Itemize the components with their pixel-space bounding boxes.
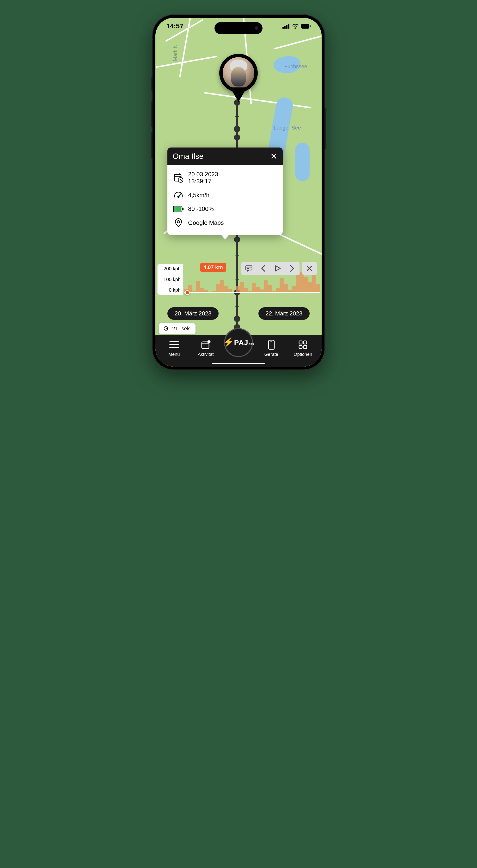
card-datetime-row: 20.03.2023 13:39:17 xyxy=(173,171,277,185)
phone-screen: 14:57 Fuchssee Langer See Mark N xyxy=(155,18,322,367)
nav-devices[interactable]: Geräte xyxy=(258,340,285,357)
wifi-icon xyxy=(292,24,299,29)
mute-switch xyxy=(151,77,153,91)
svg-rect-34 xyxy=(268,340,274,349)
map-label-langersee: Langer See xyxy=(274,125,301,131)
home-indicator[interactable] xyxy=(212,363,265,364)
timeline-track[interactable] xyxy=(184,292,320,293)
nav-activity[interactable]: Aktivität xyxy=(192,340,219,357)
refresh-value: 21 xyxy=(172,326,178,332)
brand-sub: GPS xyxy=(249,343,254,346)
cellular-icon xyxy=(282,24,290,29)
svg-rect-36 xyxy=(299,341,302,344)
card-date: 20.03.2023 xyxy=(188,171,218,178)
graph-y-axis: 200 kph 100 kph 0 kph xyxy=(157,264,183,295)
svg-rect-1 xyxy=(284,26,286,29)
map-pin-icon xyxy=(173,218,184,228)
avatar xyxy=(223,57,254,89)
phone-icon xyxy=(268,340,275,350)
card-maps-row[interactable]: Google Maps xyxy=(173,218,277,228)
playback-controls xyxy=(242,262,317,275)
tracker-name: Oma Ilse xyxy=(173,152,203,161)
status-time: 14:57 xyxy=(166,22,184,30)
svg-rect-39 xyxy=(304,345,307,349)
hamburger-icon xyxy=(169,340,180,350)
svg-rect-37 xyxy=(304,341,307,344)
svg-rect-3 xyxy=(288,24,289,29)
card-time: 13:39:17 xyxy=(188,178,218,185)
battery-icon xyxy=(301,24,311,29)
play-button[interactable] xyxy=(274,264,282,273)
comment-button[interactable] xyxy=(245,264,253,273)
svg-rect-0 xyxy=(282,27,284,29)
timeline-handle[interactable] xyxy=(185,290,190,295)
svg-rect-16 xyxy=(182,208,184,210)
distance-badge: 4.07 km xyxy=(200,263,226,272)
nav-menu-label: Menü xyxy=(168,352,180,357)
svg-rect-5 xyxy=(310,25,311,27)
speedometer-icon xyxy=(173,190,184,200)
refresh-icon xyxy=(163,326,169,332)
nav-brand-button[interactable]: ⚡ PAJ GPS xyxy=(224,328,253,357)
prev-button[interactable] xyxy=(259,264,267,273)
svg-rect-22 xyxy=(246,266,252,270)
refresh-unit: sek. xyxy=(181,326,191,332)
phone-frame: 14:57 Fuchssee Langer See Mark N xyxy=(152,14,325,370)
svg-marker-25 xyxy=(276,266,280,271)
svg-point-33 xyxy=(208,341,210,343)
svg-rect-17 xyxy=(174,207,176,211)
battery-level-icon xyxy=(173,206,184,212)
speed-graph-panel: 200 kph 100 kph 0 kph 4.07 km xyxy=(156,264,321,305)
card-maps-label: Google Maps xyxy=(188,219,224,226)
close-card-button[interactable]: ✕ xyxy=(270,152,278,161)
activity-icon xyxy=(200,340,211,350)
svg-point-21 xyxy=(177,221,180,223)
tracker-info-card: Oma Ilse ✕ 20.03.2023 13:39:17 xyxy=(167,148,283,235)
map-label-fuchssee: Fuchssee xyxy=(284,63,307,70)
calendar-clock-icon xyxy=(173,173,184,183)
card-header: Oma Ilse ✕ xyxy=(167,148,283,165)
svg-rect-20 xyxy=(180,207,182,211)
close-graph-button[interactable] xyxy=(305,264,313,273)
card-battery-row: 80 -100% xyxy=(173,206,277,212)
card-battery-value: 80 -100% xyxy=(188,206,214,212)
bottom-nav: Menü Aktivität ⚡ PAJ GPS Geräte xyxy=(155,335,322,367)
map-view[interactable]: Fuchssee Langer See Mark N xyxy=(155,18,322,367)
grid-icon xyxy=(298,340,308,350)
svg-rect-2 xyxy=(286,25,287,29)
bolt-icon: ⚡ xyxy=(223,339,234,346)
dynamic-island xyxy=(215,22,262,34)
graph-area[interactable]: 4.07 km xyxy=(184,266,320,293)
svg-rect-19 xyxy=(178,207,180,211)
start-date-pill[interactable]: 20. März 2023 xyxy=(167,307,219,320)
nav-options[interactable]: Optionen xyxy=(290,340,316,357)
svg-rect-38 xyxy=(299,345,302,349)
svg-rect-18 xyxy=(176,207,178,211)
next-button[interactable] xyxy=(288,264,296,273)
refresh-indicator[interactable]: 21 sek. xyxy=(159,323,195,334)
brand-name: PAJ xyxy=(234,339,248,347)
svg-point-14 xyxy=(178,196,179,197)
power-button xyxy=(324,108,326,149)
nav-activity-label: Aktivität xyxy=(198,352,214,357)
y-0: 0 kph xyxy=(159,287,181,293)
card-speed-row: 4,5km/h xyxy=(173,190,277,200)
date-range-pills: 20. März 2023 22. März 2023 xyxy=(155,307,322,320)
nav-options-label: Optionen xyxy=(294,352,312,357)
y-100: 100 kph xyxy=(159,277,181,282)
status-icons xyxy=(282,24,311,29)
svg-rect-4 xyxy=(301,24,309,29)
end-date-pill[interactable]: 22. März 2023 xyxy=(258,307,310,320)
y-200: 200 kph xyxy=(159,266,181,272)
card-speed-value: 4,5km/h xyxy=(188,192,210,199)
map-label-mark: Mark N xyxy=(172,44,179,61)
volume-up-button xyxy=(151,101,153,127)
nav-devices-label: Geräte xyxy=(264,352,278,357)
nav-menu[interactable]: Menü xyxy=(161,340,187,357)
volume-down-button xyxy=(151,132,153,159)
tracker-pin[interactable] xyxy=(219,54,258,102)
